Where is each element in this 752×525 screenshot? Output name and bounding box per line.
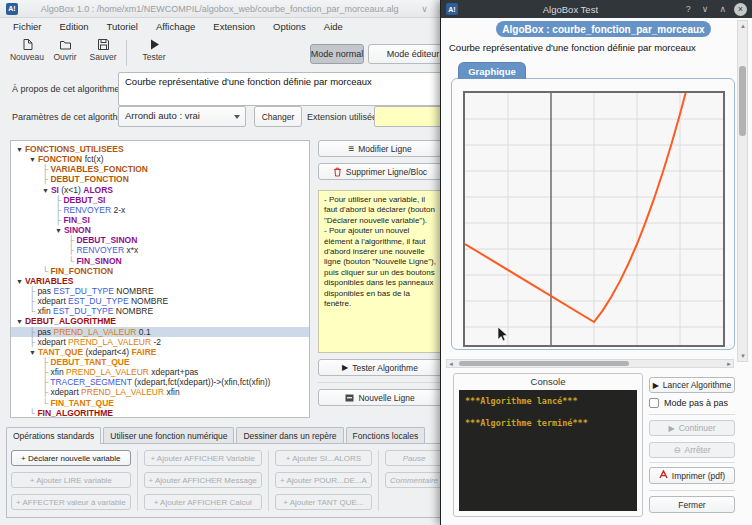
tab-fonction-numerique[interactable]: Utiliser une fonction numérique [103,427,234,444]
algorithm-tree[interactable]: ▼ FONCTIONS_UTILISEES▼ FONCTION fct(x)├ … [10,140,310,418]
mode-normal-button[interactable]: Mode normal [310,44,364,64]
vertical-scrollbar[interactable]: ▲ ▼ [737,20,748,362]
delete-line-button[interactable]: Supprimer Ligne/Bloc [318,163,442,180]
tree-row[interactable]: └ FIN_FONCTION [11,266,309,276]
menu-tutoriel[interactable]: Tutoriel [98,19,147,34]
tab-fonctions-locales[interactable]: Fonctions locales [346,427,426,444]
maximize-button[interactable]: ∧ [716,4,729,14]
algorithm-name-badge: AlgoBox : courbe_fonction_par_morceaux [496,21,711,37]
tree-row[interactable]: ├ pas PREND_LA_VALEUR 0.1 [11,327,309,337]
tree-row[interactable]: ├ pas EST_DU_TYPE NOMBRE [11,286,309,296]
expander-icon[interactable]: ▼ [42,187,51,194]
tree-row[interactable]: └ FIN_TANT_QUE [11,398,309,408]
action-button: + Ajouter AFFICHER Message [144,472,262,488]
vertical-scrollbar-thumb[interactable] [739,66,746,136]
scroll-left-icon[interactable]: ◄ [448,361,454,367]
open-button[interactable]: Ouvrir [46,38,84,62]
tree-row[interactable]: ├ xdepart PREND_LA_VALEUR -2 [11,337,309,347]
tree-row[interactable]: ▼ SINON [11,225,309,235]
menu-aide[interactable]: Aide [315,19,352,34]
close-icon[interactable]: × [734,3,747,16]
console-line: ***Algorithme lancé*** [465,396,631,406]
params-combobox[interactable]: Arrondi auto : vrai [118,106,246,127]
test-button[interactable]: Tester [135,38,173,62]
expander-icon[interactable]: ▼ [16,278,25,285]
tree-row[interactable]: ▼ DEBUT_ALGORITHME [11,316,309,326]
separator [649,462,735,463]
extension-label: Extension utilisée: [307,112,380,122]
tree-row[interactable]: ▼ SI (x<1) ALORS [11,185,309,195]
algobox-main-window: A! AlgoBox 1.0 : /home/xm1/NEWCOMPIL/alg… [0,0,455,525]
tree-row[interactable]: ├ DEBUT_SINON [11,235,309,245]
tree-row[interactable]: ├ FIN_SI [11,215,309,225]
tree-row[interactable]: └ xfin EST_DU_TYPE NOMBRE [11,306,309,316]
menu-options[interactable]: Options [264,19,315,34]
menu-extension[interactable]: Extension [204,19,264,34]
main-titlebar[interactable]: A! AlgoBox 1.0 : /home/xm1/NEWCOMPIL/alg… [0,0,455,18]
tree-row[interactable]: ▼ VARIABLES [11,276,309,286]
menu-fichier[interactable]: Fichier [4,19,51,34]
tab-operations-standards[interactable]: Opérations standards [6,427,101,444]
scroll-down-icon[interactable]: ▼ [740,353,746,359]
console-line: ***Algorithme terminé*** [465,418,631,428]
function-curve-svg [465,93,723,345]
tree-row[interactable]: ├ RENVOYER 2-x [11,205,309,215]
expander-icon[interactable]: ▼ [29,349,38,356]
separator [649,490,735,491]
horizontal-scrollbar[interactable]: ◄ ► [446,359,734,368]
tab-dessiner-repere[interactable]: Dessiner dans un repère [236,427,343,444]
tree-row[interactable]: └ FIN_SINON [11,256,309,266]
test-titlebar[interactable]: A! AlgoBox Test ? ∨ ∧ × [441,0,752,18]
algobox-app-icon: A! [6,3,18,15]
tree-row[interactable]: ├ VARIABLES_FONCTION [11,164,309,174]
shade-button[interactable]: ∨ [699,4,712,14]
menu-edition[interactable]: Edition [51,19,98,34]
tree-row[interactable]: ├ DEBUT_TANT_QUE [11,357,309,367]
run-algorithm-button[interactable]: ▶ Lancer Algorithme [649,377,735,393]
horizontal-scrollbar-thumb[interactable] [459,361,629,366]
expander-icon[interactable]: ▼ [16,146,25,153]
play-icon [148,38,161,51]
test-window-title: AlgoBox Test [463,4,678,15]
step-mode-checkbox[interactable]: Mode pas à pas [649,398,728,408]
algorithm-subtitle: Courbe représentative d'une fonction déf… [449,42,696,53]
modify-line-button[interactable]: ≡ Modifier Ligne [318,140,442,157]
tree-row[interactable]: ▼ FONCTION fct(x) [11,154,309,164]
graph-plot-area[interactable] [463,91,725,347]
about-field[interactable]: Courbe représentative d'une fonction déf… [118,72,448,106]
change-button[interactable]: Changer [254,106,302,127]
tree-row[interactable]: ├ xdepart PREND_LA_VALEUR xfin [11,387,309,397]
tree-row[interactable]: └ FIN_ALGORITHME [11,408,309,418]
action-button[interactable]: + Déclarer nouvelle variable [11,450,131,466]
toolbar: Nouveau Ouvrir Sauver Tester Mode normal… [0,35,455,71]
continue-button: ▶ Continuer [649,420,735,436]
save-floppy-icon [97,38,110,51]
tree-row[interactable]: ├ DEBUT_FONCTION [11,174,309,184]
scroll-right-icon[interactable]: ► [726,361,732,367]
console-output: ***Algorithme lancé*** ***Algorithme ter… [459,390,637,511]
tree-row[interactable]: ▼ FONCTIONS_UTILISEES [11,144,309,154]
new-line-button[interactable]: Nouvelle Ligne [318,389,442,406]
expander-icon[interactable]: ▼ [29,156,38,163]
close-test-button[interactable]: Fermer [649,496,735,513]
separator [268,450,269,511]
new-document-icon [21,38,34,51]
stop-button: ⊖ Arrêter [649,442,735,458]
new-button[interactable]: Nouveau [8,38,46,62]
scroll-up-icon[interactable]: ▲ [740,23,746,29]
tree-row[interactable]: ├ DEBUT_SI [11,195,309,205]
separator [318,382,442,383]
tree-row[interactable]: ▼ TANT_QUE (xdepart<4) FAIRE [11,347,309,357]
expander-icon[interactable]: ▼ [16,318,25,325]
tree-row[interactable]: ├ RENVOYER x*x [11,245,309,255]
save-button[interactable]: Sauver [84,38,122,62]
help-button[interactable]: ? [683,4,694,14]
tree-row[interactable]: ├ TRACER_SEGMENT (xdepart,fct(xdepart))-… [11,377,309,387]
menu-affichage[interactable]: Affichage [147,19,204,34]
expander-icon[interactable]: ▼ [55,227,64,234]
print-pdf-button[interactable]: Imprimer (pdf) [649,467,735,484]
test-algorithm-button[interactable]: ▶ Tester Algorithme [318,359,442,376]
menubar: Fichier Edition Tutoriel Affichage Exten… [0,18,455,35]
tree-row[interactable]: ├ xfin PREND_LA_VALEUR xdepart+pas [11,367,309,377]
tree-row[interactable]: ├ xdepart EST_DU_TYPE NOMBRE [11,296,309,306]
